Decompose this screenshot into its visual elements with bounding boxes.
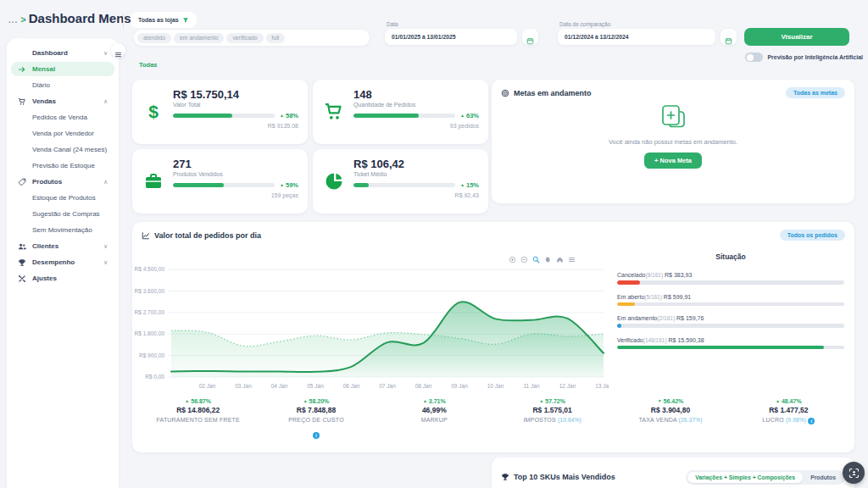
magnify-icon[interactable] [532,256,540,263]
svg-text:13 Jan: 13 Jan [595,383,609,389]
kpi-change: ▲ 15% [460,181,479,189]
progress-bar [173,183,275,187]
new-goal-button[interactable]: + Nova Meta [644,152,702,169]
sidebar-item-produtos[interactable]: Produtos∧ [11,175,114,189]
kpi-card-ticket-medio: R$ 106,42Ticket Médio▲ 15%R$ 92,43 [313,149,488,214]
up-arrow-icon: ▲ [460,182,465,187]
date-range-input[interactable]: 01/01/2025 à 13/01/2025 [385,29,517,45]
situation-row-em-aberto[interactable]: Em aberto(5/161) R$ 599,91 [617,294,844,307]
svg-text:R$ 3.600,00: R$ 3.600,00 [135,288,165,294]
situation-row-verificado[interactable]: Verificado(146/161) R$ 15.590,38 [617,337,844,350]
up-arrow-icon: ▲ [303,398,308,403]
metric-preco-de-custo: ▲ 58.20%R$ 7.848,88PREÇO DE CUSTOi [257,398,375,440]
up-arrow-icon: ▲ [280,182,284,187]
trophy-icon [501,473,509,481]
tab-variacoes-simples-composicoes[interactable]: Variações + Simples + Composições [687,472,803,483]
kpi-value: 148 [353,88,479,101]
sidebar-item-ajustes[interactable]: Ajustes [11,271,114,286]
ai-forecast-toggle[interactable] [745,53,763,62]
toggle-knob [747,54,754,61]
calendar-icon [725,33,732,41]
home-icon[interactable] [556,256,564,263]
kpi-card-valor-total: $R$ 15.750,14Valor Total▲ 58%R$ 9135.08 [132,80,308,144]
zoomin-icon[interactable] [509,256,516,263]
tab-produtos[interactable]: Produtos [803,472,843,483]
date-calendar-button[interactable] [522,29,538,45]
sidebar-item-estoque-de-produtos[interactable]: Estoque de Produtos [11,191,114,205]
situation-bar [617,302,844,307]
status-tags-input[interactable]: atendidoem andamentoverificadofull [134,30,370,46]
accessibility-button[interactable] [843,462,865,484]
kpi-label: Produtos Vendidos [173,171,298,177]
orders-area-chart: R$ 4.500,00R$ 3.600,00R$ 2.700,00R$ 1.80… [134,264,609,391]
situation-bar [617,280,844,285]
status-tag-verificado[interactable]: verificado [226,33,263,43]
kpi-secondary: 93 pedidos [353,123,479,129]
sidebar-item-sugestao-de-compras[interactable]: Sugestão de Compras [11,207,114,221]
brand-chevron-icon: > [20,14,25,25]
all-orders-badge[interactable]: Todos os pedidos [780,230,845,241]
progress-bar [173,114,275,118]
footer-metrics: ▲ 56.87%R$ 14.806,22FATURAMENTO SEM FRET… [139,398,848,440]
status-tag-atendido[interactable]: atendido [137,33,171,43]
comparison-calendar-button[interactable] [721,29,737,45]
sidebar-item-venda-por-vendedor[interactable]: Venda por Vendedor [11,126,114,141]
metric-faturamento-sem-frete: ▲ 56.87%R$ 14.806,22FATURAMENTO SEM FRET… [139,398,257,440]
metric-lucro: ▲ 48.47%R$ 1.477,52LUCRO (9.98%) i [730,398,848,440]
up-arrow-icon: ▲ [280,113,284,118]
progress-bar [353,114,455,118]
sidebar-item-sem-movimentacao[interactable]: Sem Movimentação [11,223,114,237]
sidebar-item-vendas[interactable]: Vendas∧ [11,94,114,108]
sidebar-item-clientes[interactable]: Clientes∨ [11,239,114,253]
info-icon[interactable]: i [313,432,320,439]
svg-text:10 Jan: 10 Jan [487,383,504,389]
accessibility-icon [848,467,860,480]
chevron-up-icon: ∧ [103,98,108,105]
zoomout-icon[interactable] [520,256,528,263]
goals-title: Metas em andamento [514,89,592,97]
metric-taxa-venda: ▼ 56.42%R$ 3.904,80TAXA VENDA (26.37%) [611,398,729,440]
ai-forecast-label: Previsão por Inteligência Artificial [767,54,863,60]
cart-icon [18,97,26,106]
date-label: Data [387,21,398,27]
pan-icon[interactable] [544,256,552,263]
svg-text:R$ 0,00: R$ 0,00 [145,374,164,380]
kpi-value: R$ 106,42 [353,158,479,170]
kpi-secondary: 159 peças [173,192,298,198]
sidebar-item-pedidos-de-venda[interactable]: Pedidos de Venda [11,110,114,125]
sidebar-item-venda-canal-24-meses[interactable]: Venda Canal (24 meses) [11,142,114,157]
sidebar-item-previsao-de-estoque[interactable]: Previsão de Estoque [11,158,114,173]
pie-icon [322,158,346,205]
status-tag-em-andamento[interactable]: em andamento [174,33,224,43]
sidebar-item-mensal[interactable]: Mensal [11,62,114,76]
svg-text:R$ 900,00: R$ 900,00 [139,352,164,358]
comparison-date-label: Data de comparação [559,21,610,27]
cart-icon [322,88,346,136]
svg-text:11 Jan: 11 Jan [523,383,539,389]
sidebar-item-desempenho[interactable]: Desempenho∨ [11,255,114,269]
breadcrumb: ... > Dashboard Mensal [8,11,142,25]
chevron-down-icon: ∨ [103,50,108,57]
situation-row-cancelado[interactable]: Cancelado(8/161) R$ 383,93 [617,272,844,285]
progress-bar [353,183,455,187]
info-icon[interactable]: i [808,418,815,424]
menu-icon[interactable] [568,256,576,263]
situation-row-em-andamento[interactable]: Em andamento(2/161) R$ 159,76 [617,315,844,328]
sidebar-item-diario[interactable]: Diário [11,78,114,92]
stores-filter-button[interactable]: Todas as lojas [131,12,197,28]
kpi-value: R$ 15.750,14 [173,88,298,101]
status-tag-full[interactable]: full [266,33,286,43]
svg-text:08 Jan: 08 Jan [415,383,432,389]
sidebar-item-dashboard[interactable]: Dashboard∨ [11,46,114,60]
kpi-change: ▲ 63% [460,112,479,119]
goals-empty-text: Você ainda não possui metas em andamento… [609,138,737,146]
all-goals-badge[interactable]: Todas as metas [786,87,845,98]
kpi-label: Valor Total [173,102,298,108]
svg-text:06 Jan: 06 Jan [343,383,360,389]
trophy-icon [18,258,26,267]
svg-text:12 Jan: 12 Jan [559,383,576,389]
comparison-date-range-input[interactable]: 01/12/2024 à 13/12/2024 [558,29,715,45]
kpi-card-produtos-vendidos: 271Produtos Vendidos▲ 59%159 peças [132,149,308,214]
arrow-right-icon [18,65,26,74]
visualize-button[interactable]: Visualizar [744,28,849,46]
